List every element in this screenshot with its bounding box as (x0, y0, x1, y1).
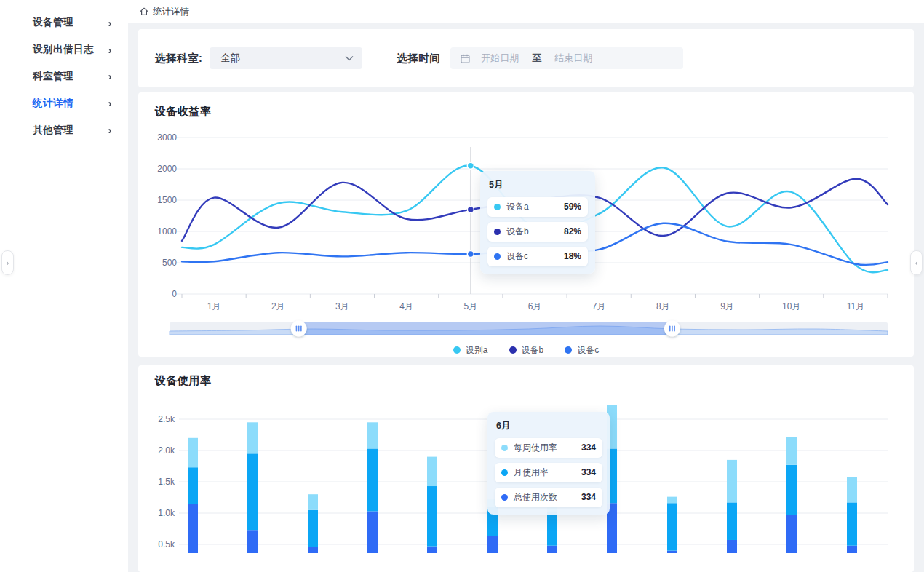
stacked-bar-9[interactable] (727, 460, 737, 553)
panel-collapse-button[interactable]: ‹ (910, 250, 923, 275)
home-icon (139, 7, 149, 17)
series-dot-icon (494, 204, 501, 210)
tooltip-row: 总使用次数334 (495, 488, 602, 507)
chevron-down-icon (345, 55, 354, 61)
svg-text:3000: 3000 (157, 132, 177, 143)
hover-dot-series-1 (467, 206, 474, 212)
chevron-right-icon: › (108, 97, 112, 110)
department-filter-label: 选择科室: (155, 52, 202, 65)
start-date-input[interactable]: 开始日期 (481, 52, 519, 65)
sidebar-item-4[interactable]: 其他管理› (0, 116, 128, 143)
hover-dot-series-2 (467, 250, 474, 257)
tooltip-row: 每周使用率334 (495, 438, 602, 458)
hover-dot-series-0 (467, 162, 474, 169)
legend-item-2[interactable]: 设备c (565, 344, 599, 357)
department-select[interactable]: 全部 (210, 47, 362, 69)
chevron-right-icon: › (7, 258, 9, 267)
svg-text:10月: 10月 (782, 301, 800, 311)
tooltip-series-label: 每周使用率 (514, 442, 557, 454)
svg-text:1500: 1500 (157, 195, 177, 205)
chevron-left-icon: ‹ (915, 258, 918, 267)
tooltip-title: 5月 (487, 178, 588, 192)
stacked-bar-2[interactable] (308, 494, 318, 553)
svg-text:1.5k: 1.5k (158, 477, 175, 487)
tooltip-series-value: 59% (564, 202, 581, 212)
zoom-handle-left[interactable] (291, 320, 307, 336)
sidebar-item-label: 设备管理 (33, 16, 108, 29)
chevron-right-icon: › (108, 43, 112, 56)
svg-text:500: 500 (162, 258, 177, 268)
usage-chart-tooltip: 6月每周使用率334月使用率334总使用次数334 (487, 412, 610, 515)
filter-card: 选择科室: 全部 选择时间 开始日期 至 结束日期 (138, 29, 914, 87)
department-select-value: 全部 (220, 52, 345, 65)
tooltip-series-label: 月使用率 (514, 466, 549, 479)
svg-text:4月: 4月 (399, 301, 413, 311)
data-zoom-slider[interactable] (170, 320, 888, 336)
stacked-bar-10[interactable] (786, 437, 797, 553)
end-date-input[interactable]: 结束日期 (554, 52, 592, 65)
tooltip-series-label: 设备a (506, 201, 529, 213)
tooltip-title: 6月 (495, 418, 602, 433)
tooltip-series-label: 设备b (506, 226, 529, 238)
app-window: 设备管理›设别出借日志›科室管理›统计详情›其他管理› 统计详情 选择科室: 全… (0, 0, 924, 572)
sidebar-item-2[interactable]: 科室管理› (0, 63, 128, 90)
calendar-icon (461, 54, 470, 63)
revenue-chart-card: 设备收益率 050010001500200030001月2月3月4月5月6月7月… (138, 92, 914, 357)
tooltip-row: 设备a59% (487, 197, 588, 217)
tooltip-series-value: 334 (581, 492, 596, 502)
chevron-right-icon: › (108, 124, 112, 137)
revenue-chart-tooltip: 5月设备a59%设备b82%设备c18% (480, 171, 595, 274)
stacked-bar-1[interactable] (247, 422, 258, 553)
sidebar-item-1[interactable]: 设别出借日志› (0, 36, 128, 63)
tooltip-row: 月使用率334 (495, 463, 602, 482)
sidebar-item-label: 其他管理 (33, 124, 108, 137)
legend-item-1[interactable]: 设备b (509, 344, 544, 357)
svg-text:3月: 3月 (335, 301, 349, 311)
zoom-selected-window[interactable] (299, 322, 672, 335)
main-area: 统计详情 选择科室: 全部 选择时间 开始日期 至 结束日期 (128, 0, 924, 572)
svg-text:2.0k: 2.0k (158, 445, 175, 456)
tooltip-series-label: 总使用次数 (514, 491, 557, 504)
svg-text:6月: 6月 (528, 301, 542, 311)
stacked-bar-4[interactable] (427, 456, 437, 552)
svg-text:1000: 1000 (157, 226, 177, 237)
chevron-right-icon: › (108, 70, 112, 83)
sidebar: 设备管理›设别出借日志›科室管理›统计详情›其他管理› (0, 0, 128, 572)
tooltip-series-value: 18% (564, 251, 581, 261)
legend-label: 设备b (522, 344, 544, 357)
stacked-bar-3[interactable] (367, 422, 378, 553)
svg-text:8月: 8月 (656, 301, 670, 311)
series-dot-icon (494, 229, 501, 235)
svg-text:2.5k: 2.5k (158, 414, 175, 424)
chevron-right-icon: › (108, 16, 112, 29)
stacked-bar-11[interactable] (847, 477, 857, 553)
sidebar-item-label: 统计详情 (33, 97, 108, 110)
legend-dot-icon (509, 346, 517, 354)
date-range-picker[interactable]: 开始日期 至 结束日期 (450, 47, 683, 69)
series-dot-icon (494, 253, 501, 260)
revenue-chart-legend: 设别a设备b设备c (138, 344, 914, 357)
sidebar-collapse-button[interactable]: › (1, 250, 14, 275)
svg-text:9月: 9月 (720, 301, 734, 311)
breadcrumb-bar: 统计详情 (128, 0, 924, 23)
tooltip-series-value: 334 (581, 442, 596, 453)
legend-label: 设别a (466, 344, 488, 357)
stacked-bar-0[interactable] (188, 438, 198, 553)
tooltip-series-value: 334 (581, 467, 596, 477)
legend-item-0[interactable]: 设别a (453, 344, 488, 357)
date-separator: 至 (532, 52, 541, 65)
svg-text:2月: 2月 (271, 301, 285, 311)
sidebar-item-3[interactable]: 统计详情› (0, 90, 128, 116)
time-filter-label: 选择时间 (397, 52, 440, 65)
sidebar-item-0[interactable]: 设备管理› (0, 9, 128, 36)
usage-chart-card: 设备使用率 0.5k1.0k1.5k2.0k2.5k 6月每周使用率334月使用… (138, 365, 914, 572)
zoom-handle-right[interactable] (664, 320, 680, 336)
stacked-bar-8[interactable] (667, 496, 677, 552)
sidebar-item-label: 科室管理 (33, 70, 108, 83)
tooltip-series-value: 82% (564, 226, 581, 237)
tooltip-row: 设备c18% (487, 247, 588, 266)
sidebar-item-label: 设别出借日志 (33, 43, 108, 56)
sidebar-menu: 设备管理›设别出借日志›科室管理›统计详情›其他管理› (0, 9, 128, 143)
legend-dot-icon (565, 346, 572, 354)
breadcrumb[interactable]: 统计详情 (153, 6, 189, 18)
